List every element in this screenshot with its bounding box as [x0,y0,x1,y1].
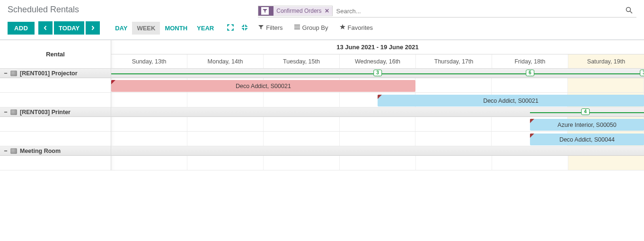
gantt-lane[interactable]: Deco Addict, S00021 [111,78,644,93]
page-title: Scheduled Rentals [8,5,248,15]
day-header: Sunday, 13th [111,54,187,68]
collapse-toggle[interactable]: − [3,148,9,154]
group-row[interactable]: −Meeting Room [0,146,111,156]
rental-bar-label: Deco Addict, S00021 [483,98,538,104]
availability-row: 4 [111,107,644,117]
availability-badge: 4 [581,108,590,115]
chevron-right-icon [90,26,95,30]
scale-day[interactable]: DAY [110,22,132,35]
list-icon [294,25,300,31]
chevron-left-icon [43,26,48,30]
svg-line-1 [630,11,633,14]
favorites-label: Favorites [348,24,373,31]
group-row[interactable]: −[RENT001] Projector [0,69,111,78]
product-thumb-icon [10,71,17,76]
scale-year[interactable]: YEAR [192,22,219,35]
expand-icon[interactable] [227,24,234,32]
day-header: Monday, 14th [187,54,264,68]
day-header: Wednesday, 16th [340,54,416,68]
availability-badge: 3 [640,70,644,76]
collapse-toggle[interactable]: − [3,109,9,116]
group-label: [RENT001] Projector [20,70,78,77]
next-button[interactable] [86,21,100,35]
availability-row [111,146,644,156]
availability-badge: 3 [373,70,382,76]
availability-badge: 6 [526,70,534,76]
day-header: Thursday, 17th [416,54,492,68]
gantt-lane[interactable]: Azure Interior, S00050 [111,117,644,132]
rental-bar[interactable]: Deco Addict, S00021 [111,80,415,92]
gantt-lane[interactable] [111,156,644,170]
group-row[interactable]: −[RENT003] Printer [0,107,111,117]
day-header: Friday, 18th [492,54,568,68]
filter-icon [261,7,269,15]
availability-row: 363 [111,69,644,78]
rental-bar[interactable]: Deco Addict, S00044 [530,134,644,145]
today-button[interactable]: TODAY [54,21,84,35]
gantt-lane[interactable]: Deco Addict, S00044 [111,132,644,146]
favorites-menu[interactable]: Favorites [340,24,373,31]
rental-bar-label: Deco Addict, S00021 [236,83,291,89]
funnel-icon [258,25,264,31]
collapse-toggle[interactable]: − [3,70,9,77]
gantt-lane[interactable]: Deco Addict, S00021 [111,93,644,107]
group-label: Meeting Room [20,148,61,154]
side-header: Rental [0,40,111,69]
scale-week[interactable]: WEEK [132,22,160,35]
search-filter-chip[interactable]: Confirmed Orders ✕ [258,6,332,16]
prev-button[interactable] [38,21,53,35]
chip-label: Confirmed Orders [276,8,321,14]
filters-label: Filters [266,24,282,31]
groupby-menu[interactable]: Group By [294,24,328,31]
star-icon [340,24,345,31]
collapse-icon[interactable] [241,24,248,32]
date-range-title: 13 June 2021 - 19 June 2021 [111,40,644,54]
rental-bar-label: Azure Interior, S00050 [557,122,616,128]
rental-bar[interactable]: Azure Interior, S00050 [530,119,644,131]
add-button[interactable]: ADD [8,22,35,35]
search-icon[interactable] [622,5,636,17]
chip-remove[interactable]: ✕ [325,8,329,14]
rental-bar-label: Deco Addict, S00044 [559,136,615,143]
rental-bar[interactable]: Deco Addict, S00021 [378,95,644,107]
search-input[interactable] [333,6,622,17]
group-label: [RENT003] Printer [20,109,71,116]
day-header: Tuesday, 15th [264,54,340,68]
svg-point-0 [626,8,631,12]
groupby-label: Group By [302,24,328,31]
product-thumb-icon [10,148,17,154]
scale-month[interactable]: MONTH [160,22,192,35]
filters-menu[interactable]: Filters [258,24,282,31]
day-header: Saturday, 19th [568,54,644,68]
product-thumb-icon [10,109,17,115]
